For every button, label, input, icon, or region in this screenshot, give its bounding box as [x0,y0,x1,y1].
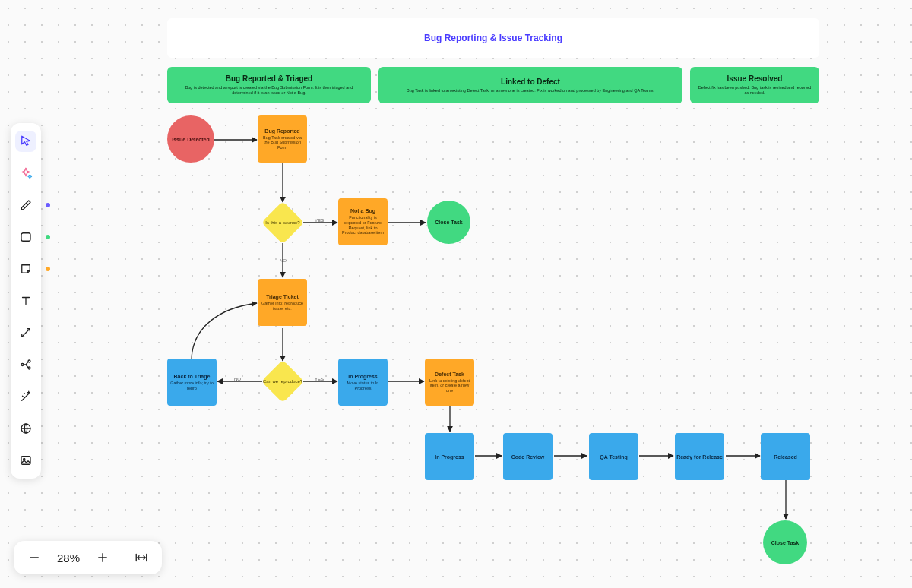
node-subtitle: Gather more info; try to repro [167,381,217,390]
node-title: Released [774,454,797,460]
color-dot-icon [46,235,50,239]
node-qa-testing[interactable]: QA Testing [589,433,638,480]
node-close-task-top[interactable]: Close Task [427,201,470,244]
node-close-task-bottom[interactable]: Close Task [763,520,807,564]
node-ready-for-release[interactable]: Ready for Release [675,433,724,480]
node-title: Code Review [511,454,545,460]
node-title: In Progress [435,454,464,460]
connector-icon [19,326,33,340]
pen-icon [19,198,33,212]
wand-icon [19,390,33,403]
minus-icon [27,551,41,564]
fit-width-icon [135,551,148,564]
node-title: Not a Bug [350,208,375,213]
node-in-progress-link[interactable]: In Progress Move status to In Progress [338,359,388,406]
select-tool[interactable] [15,131,36,152]
node-released[interactable]: Released [761,433,810,480]
node-title: Can we reproduce? [263,379,302,384]
node-subtitle: Functionality is expected or Feature Req… [338,215,388,235]
image-icon [19,454,33,467]
lane-title: Linked to Defect [501,77,560,86]
sticky-note-icon [19,262,33,276]
node-subtitle: Gather info; reproduce issue, etc. [258,301,307,311]
globe-icon [19,422,33,435]
node-title: Close Task [435,220,462,225]
left-toolbar [11,123,41,479]
node-in-progress-dev[interactable]: In Progress [425,433,474,480]
lane-subtitle: Bug is detected and a report is created … [175,85,363,95]
svg-rect-15 [21,233,30,242]
sparkle-icon [19,166,33,180]
node-subtitle: Move status to In Progress [338,381,388,390]
node-title: Close Task [771,540,799,545]
node-bug-reported[interactable]: Bug Reported Bug Task created via the Bu… [258,115,307,163]
node-not-a-bug[interactable]: Not a Bug Functionality is expected or F… [338,198,388,245]
node-title: Issue Detected [172,137,209,142]
ai-tool[interactable] [15,163,36,184]
node-subtitle: Bug Task created via the Bug Submission … [258,135,307,150]
node-issue-detected[interactable]: Issue Detected [167,115,214,163]
node-subtitle: Link to existing defect item, or create … [425,378,474,394]
edge-label-no: NO [280,258,287,263]
sticky-note-tool[interactable] [15,258,36,280]
text-tool[interactable] [15,290,36,311]
diagram-title-card: Bug Reporting & Issue Tracking [167,18,819,58]
pen-tool[interactable] [15,194,36,216]
color-dot-icon [46,267,50,271]
zoom-out-button[interactable] [23,546,46,569]
text-icon [19,294,33,308]
node-title: Is this a bounce? [265,220,299,225]
zoom-level[interactable]: 28% [53,552,84,564]
node-title: QA Testing [600,454,628,460]
lane-title: Issue Resolved [727,74,783,83]
node-title: Defect Task [435,371,464,377]
svg-point-21 [24,458,25,460]
connector-tool[interactable] [15,322,36,343]
lane-issue-resolved: Issue Resolved Defect fix has been pushe… [690,67,819,103]
lane-subtitle: Bug Task is linked to an existing Defect… [407,88,654,93]
node-title: Ready for Release [676,454,723,460]
lane-bug-reported: Bug Reported & Triaged Bug is detected a… [167,67,371,103]
shape-tool[interactable] [15,226,36,248]
edge-label-no: NO [234,377,241,381]
divider [122,549,122,566]
image-tool[interactable] [15,450,36,471]
plus-icon [96,551,109,564]
lane-title: Bug Reported & Triaged [226,74,312,83]
color-dot-icon [46,203,50,207]
branch-icon [19,358,33,371]
diagram-title: Bug Reporting & Issue Tracking [424,33,562,43]
zoom-in-button[interactable] [91,546,114,569]
edge-label-yes: YES [315,218,324,223]
node-code-review[interactable]: Code Review [503,433,553,480]
web-tool[interactable] [15,418,36,439]
node-defect-task[interactable]: Defect Task Link to existing defect item… [425,359,474,406]
edge-label-yes: YES [315,377,324,381]
zoom-bar: 28% [14,541,162,574]
node-triage-ticket[interactable]: Triage Ticket Gather info; reproduce iss… [258,279,307,326]
cursor-icon [19,134,33,148]
node-title: Back to Triage [174,374,211,379]
magic-tool[interactable] [15,386,36,407]
node-title: In Progress [348,374,378,379]
lane-linked-to-defect: Linked to Defect Bug Task is linked to a… [378,67,682,103]
rectangle-icon [19,230,33,244]
node-title: Triage Ticket [266,294,299,299]
mindmap-tool[interactable] [15,354,36,375]
lane-subtitle: Defect fix has been pushed. Bug task is … [698,85,812,95]
node-back-to-triage[interactable]: Back to Triage Gather more info; try to … [167,359,217,406]
svg-rect-20 [21,457,30,465]
node-title: Bug Reported [264,128,299,134]
zoom-to-fit-button[interactable] [130,546,153,569]
